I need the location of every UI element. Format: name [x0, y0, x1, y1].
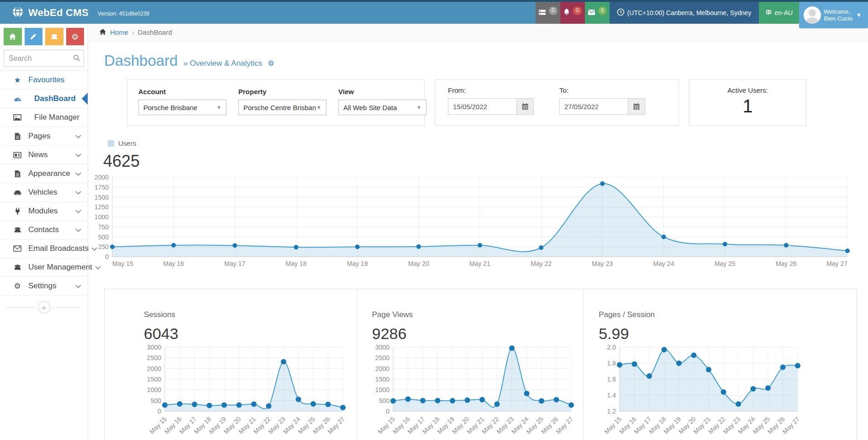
- chevron-down-icon: [75, 169, 81, 178]
- svg-text:May 21: May 21: [469, 260, 490, 267]
- search-icon[interactable]: [73, 54, 80, 64]
- breadcrumb-separator: ›: [132, 29, 134, 36]
- sidebar-item-modules[interactable]: Modules: [0, 202, 88, 221]
- sidebar-item-pages[interactable]: Pages: [0, 127, 88, 146]
- sidebar-item-vehicles[interactable]: Vehicles: [0, 183, 88, 202]
- view-filter: View All Web Site Data ▼: [338, 88, 426, 117]
- user-menu[interactable]: Welcome, Bien Cucio ▼: [799, 2, 868, 28]
- svg-text:May 19: May 19: [347, 260, 368, 267]
- sidebar-item-file-manager[interactable]: File Manager: [0, 108, 88, 127]
- sidebar-collapse-row: «: [0, 296, 88, 319]
- svg-text:May 16: May 16: [163, 260, 184, 267]
- chevron-down-icon: [75, 281, 81, 291]
- car-icon: [12, 189, 22, 196]
- from-calendar-button[interactable]: [516, 98, 534, 115]
- sidebar-item-email-broadcasts[interactable]: Email Broadcasts: [0, 239, 88, 258]
- svg-text:250: 250: [98, 243, 109, 250]
- svg-text:0: 0: [158, 408, 161, 415]
- gear-icon[interactable]: ⚙: [268, 59, 274, 68]
- from-date-input[interactable]: [448, 98, 516, 115]
- svg-text:1000: 1000: [95, 213, 109, 221]
- tasks-dropdown-button[interactable]: 0: [536, 2, 560, 24]
- users-icon: [12, 264, 22, 271]
- sessions-title: Sessions: [144, 310, 357, 319]
- sidebar-item-settings[interactable]: ⚙ Settings: [0, 277, 88, 296]
- svg-text:1500: 1500: [375, 376, 389, 383]
- svg-text:May 27: May 27: [781, 415, 801, 435]
- edit-quick-button[interactable]: [25, 28, 43, 45]
- sidebar-item-favourites[interactable]: ★ Favourites: [0, 71, 88, 90]
- analytics-cards-box: Sessions 6043 050010001500200025003000Ma…: [104, 289, 857, 440]
- page-icon: [12, 133, 22, 140]
- sidebar-item-dashboard[interactable]: DashBoard: [0, 90, 88, 108]
- main-content: Home › DashBoard Dashboard » Overview & …: [89, 24, 868, 440]
- notifications-dropdown-button[interactable]: 0: [560, 2, 585, 24]
- image-icon: [12, 114, 22, 121]
- divider: [6, 307, 36, 307]
- svg-text:May 27: May 27: [554, 415, 574, 435]
- language-selector[interactable]: en-AU: [759, 2, 800, 24]
- breadcrumb-home-link[interactable]: Home: [110, 28, 128, 36]
- svg-text:500: 500: [98, 233, 109, 241]
- users-quick-button[interactable]: [45, 28, 63, 45]
- svg-text:1250: 1250: [95, 203, 109, 211]
- users-chart-legend: Users: [108, 139, 868, 147]
- messages-count-badge: 0: [598, 6, 607, 15]
- svg-text:2000: 2000: [95, 174, 109, 181]
- pages-per-session-card: Pages / Session 5.99 1.21.41.61.82.0May …: [584, 289, 857, 440]
- messages-dropdown-button[interactable]: 0: [585, 2, 610, 24]
- settings-quick-button[interactable]: ⚙: [66, 28, 84, 45]
- svg-text:3000: 3000: [147, 344, 161, 351]
- svg-text:1750: 1750: [95, 184, 109, 191]
- svg-text:3000: 3000: [375, 344, 389, 351]
- svg-text:500: 500: [151, 397, 162, 404]
- users-group-icon: [50, 33, 58, 40]
- users-total: 4625: [103, 152, 868, 171]
- top-bar: WebEd CMS Version: 451d6e0239 0 0 0 (UTC…: [0, 2, 868, 24]
- view-select[interactable]: All Web Site Data ▼: [338, 100, 426, 115]
- page-views-card: Page Views 9286 050010001500200025003000…: [357, 289, 584, 440]
- property-filter: Property Porsche Centre Brisbane ▼: [238, 88, 326, 117]
- calendar-icon: [633, 103, 640, 110]
- brand[interactable]: WebEd CMS Version: 451d6e0239: [0, 2, 149, 24]
- active-users-value: 1: [742, 96, 752, 117]
- chevron-down-icon: [75, 207, 81, 216]
- search-input[interactable]: [4, 50, 84, 67]
- newspaper-icon: [12, 152, 22, 159]
- sessions-line-chart: 050010001500200025003000May 15May 16May …: [144, 344, 350, 440]
- svg-text:May 24: May 24: [653, 260, 674, 267]
- users-chart-wrap: 025050075010001250150017502000May 15May …: [89, 174, 868, 271]
- chevron-down-icon: [95, 263, 101, 272]
- chevron-down-icon: [75, 150, 81, 159]
- home-icon: [9, 33, 16, 40]
- svg-text:1000: 1000: [375, 386, 389, 393]
- sidebar-item-appearance[interactable]: Appearance: [0, 164, 88, 183]
- page-subtitle: » Overview & Analytics: [183, 59, 262, 68]
- caret-down-icon: ▼: [216, 105, 221, 110]
- property-select[interactable]: Porsche Centre Brisbane ▼: [238, 100, 326, 115]
- svg-text:1000: 1000: [147, 386, 161, 393]
- page-views-line-chart: 050010001500200025003000May 15May 16May …: [372, 344, 579, 440]
- to-date-input[interactable]: [559, 98, 628, 115]
- timezone-label: (UTC+10:00) Canberra, Melbourne, Sydney: [627, 9, 752, 16]
- timezone-selector[interactable]: (UTC+10:00) Canberra, Melbourne, Sydney: [610, 2, 759, 24]
- account-select[interactable]: Porsche Brisbane ▼: [138, 100, 226, 115]
- calendar-icon: [521, 103, 529, 110]
- to-calendar-button[interactable]: [628, 98, 645, 115]
- chevron-down-icon: [75, 132, 81, 141]
- from-date-group: From:: [448, 86, 534, 119]
- sidebar-menu: ★ Favourites DashBoard File Manager Page…: [0, 70, 88, 296]
- sidebar-item-news[interactable]: News: [0, 146, 88, 164]
- globe-icon: [765, 9, 772, 17]
- sidebar-item-contacts[interactable]: Contacts: [0, 221, 88, 239]
- welcome-text: Welcome, Bien Cucio: [824, 8, 852, 22]
- sidebar-item-user-management[interactable]: User Management: [0, 258, 88, 277]
- users-icon: [12, 226, 22, 233]
- property-label: Property: [238, 88, 326, 95]
- notifications-count-badge: 0: [573, 6, 582, 15]
- home-quick-button[interactable]: [4, 28, 22, 45]
- svg-text:May 22: May 22: [531, 260, 552, 267]
- breadcrumb: Home › DashBoard: [89, 24, 868, 41]
- home-icon: [99, 28, 106, 37]
- sidebar-collapse-button[interactable]: «: [38, 301, 50, 313]
